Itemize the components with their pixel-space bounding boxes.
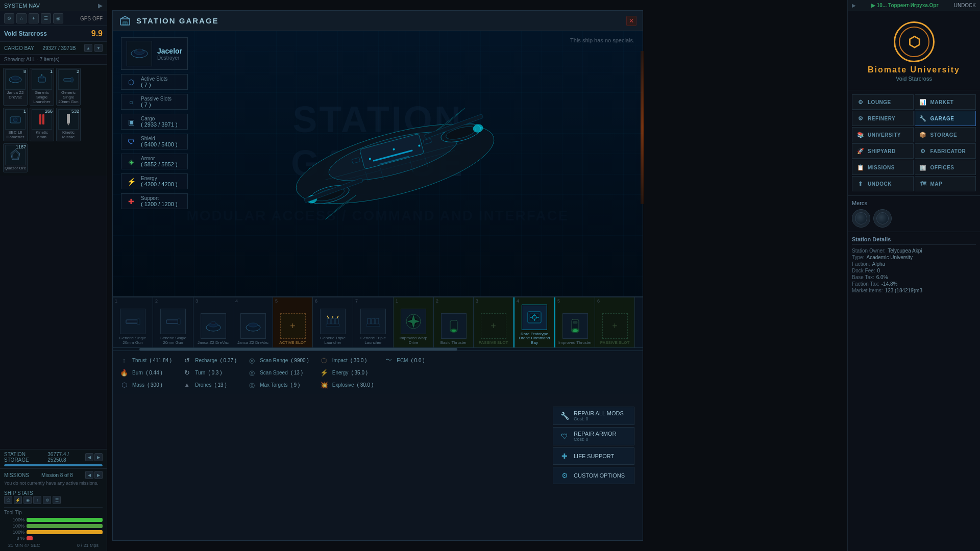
item-name: SBC LII Harvester bbox=[5, 131, 26, 140]
slot-item-5-active[interactable]: 5 + ACTIVE SLOT bbox=[273, 297, 313, 347]
org-sub: Void Starcross bbox=[896, 76, 932, 82]
detail-faction-row: Faction: Alpha bbox=[852, 261, 976, 267]
drones-icon: ▲ bbox=[182, 380, 192, 390]
slot-item-p6-empty[interactable]: 6 + PASSIVE SLOT bbox=[595, 297, 635, 347]
slot-item-4[interactable]: 4 Janca Z2 DreVac bbox=[233, 297, 273, 347]
drones-stat: ▲ Drones ( 13 ) bbox=[182, 380, 236, 390]
slot-item-p3-empty[interactable]: 3 + PASSIVE SLOT bbox=[474, 297, 513, 347]
storage-icon-2[interactable]: ▶ bbox=[94, 453, 103, 461]
life-support-button[interactable]: ✚ LIFE SUPPORT bbox=[553, 447, 634, 465]
custom-options-button[interactable]: ⚙ CUSTOM OPTIONS bbox=[553, 467, 634, 484]
lounge-button[interactable]: ⚙ LOUNGE bbox=[852, 94, 914, 110]
storage-icon-1[interactable]: ◀ bbox=[85, 453, 93, 461]
no-missions-text: You do not currently have any active mis… bbox=[4, 481, 103, 486]
detail-owner-row: Station Owner: Telyoupea Akpi bbox=[852, 248, 976, 254]
nav-icon-5[interactable]: ◉ bbox=[53, 13, 63, 23]
nav-icon-4[interactable]: ☰ bbox=[41, 13, 51, 23]
item-icon bbox=[5, 109, 26, 130]
stat-bar-2 bbox=[27, 524, 103, 528]
scanrange-value: ( 9900 ) bbox=[291, 358, 308, 363]
nav-icon-2[interactable]: ☆ bbox=[16, 13, 27, 23]
energy-bottom-stat: ⚡ Energy ( 35.0 ) bbox=[319, 367, 374, 378]
impact-icon: ⬡ bbox=[319, 355, 329, 365]
map-label: MAP bbox=[930, 181, 943, 187]
shipyard-button[interactable]: 🚀 SHIPYARD bbox=[852, 143, 914, 159]
nav-icon-3[interactable]: ✦ bbox=[29, 13, 39, 23]
garage-nav-icon: 🔧 bbox=[919, 114, 927, 122]
university-button[interactable]: 📚 UNIVERSITY bbox=[852, 127, 914, 142]
merc-item-1[interactable] bbox=[852, 209, 870, 228]
slot-item-7[interactable]: 7 Generic Triple Launcher bbox=[353, 297, 394, 347]
stat-icon-4[interactable]: ↑ bbox=[33, 496, 41, 504]
slot-icon-p5 bbox=[561, 312, 589, 340]
item-name: Kinetic 6mm bbox=[31, 131, 53, 140]
slot-item-p4-selected[interactable]: 4 Rare Prototype Drone Command Bay bbox=[513, 297, 555, 347]
slot-icon-2 bbox=[159, 308, 187, 335]
list-item[interactable]: 266 Kinetic 6mm bbox=[30, 108, 54, 141]
slot-icon-p3: + bbox=[480, 312, 507, 340]
repair-armor-cost: Cost: 0 bbox=[574, 437, 617, 442]
stat-icon-6[interactable]: ☰ bbox=[53, 496, 61, 504]
slot-item-3[interactable]: 3 Janca Z2 DreVac bbox=[193, 297, 233, 347]
list-item[interactable]: 8 Janca Z2 DreVac bbox=[3, 68, 28, 106]
list-item[interactable]: 1 SBC LII Harvester bbox=[3, 108, 28, 141]
cargo-info: Cargo ( 2933 / 3971 ) bbox=[141, 116, 183, 128]
fabricator-button[interactable]: ⚙ FABRICATOR bbox=[915, 143, 976, 159]
svg-rect-10 bbox=[42, 114, 44, 124]
slot-img-2 bbox=[160, 309, 186, 334]
slot-label-5: ACTIVE SLOT bbox=[279, 341, 306, 345]
stat-group-4: ⬡ Impact ( 30.0 ) ⚡ Energy ( 35.0 ) 💥 Ex… bbox=[319, 355, 374, 390]
stat-icon-1[interactable]: ⬡ bbox=[4, 496, 12, 504]
stat-icon-2[interactable]: ⚡ bbox=[14, 496, 22, 504]
impact-label: Impact bbox=[332, 358, 348, 363]
cargo-icon-2[interactable]: ▼ bbox=[94, 44, 103, 52]
slot-item-p2[interactable]: 2 Basic Thruster bbox=[434, 297, 474, 347]
expand-icon[interactable]: ▶ bbox=[98, 2, 103, 9]
stat-bar-label-4: 8 % bbox=[4, 536, 24, 541]
missions-icon-1[interactable]: ◀ bbox=[85, 471, 93, 479]
missions-icon-2[interactable]: ▶ bbox=[94, 471, 103, 479]
repair-armor-button[interactable]: 🛡 REPAIR ARMOR Cost: 0 bbox=[553, 427, 634, 445]
stat-row-passive: ○ Passive Slots ( 7 ) bbox=[121, 94, 188, 110]
biomate-inner-ring: ⬡ bbox=[899, 27, 929, 57]
slot-item-p5[interactable]: 5 Improved Thruster bbox=[555, 297, 595, 347]
mercs-list bbox=[852, 209, 976, 228]
repair-all-mods-button[interactable]: 🔧 REPAIR ALL MODS Cost: 0 bbox=[553, 407, 634, 425]
svg-rect-3 bbox=[40, 76, 43, 78]
garage-button[interactable]: 🔧 GARAGE bbox=[915, 111, 976, 126]
undock-top-button[interactable]: UNDOCK bbox=[954, 3, 976, 8]
close-button[interactable]: ✕ bbox=[626, 16, 636, 26]
list-item[interactable]: 532 Kinetic Missile bbox=[56, 108, 81, 141]
recharge-value: ( 0.37 ) bbox=[220, 358, 237, 363]
support-value: ( 1200 / 1200 ) bbox=[141, 201, 183, 207]
list-item[interactable]: 1187 Quazor Ore bbox=[3, 143, 28, 172]
slot-item-6[interactable]: 6 Generic Triple Launcher bbox=[313, 297, 353, 347]
stat-icon-5[interactable]: ⚙ bbox=[43, 496, 51, 504]
offices-button[interactable]: 🏢 OFFICES bbox=[915, 160, 976, 175]
list-item[interactable]: 2 Generic Single 20mm Gun bbox=[56, 68, 81, 106]
svg-rect-60 bbox=[326, 324, 339, 327]
slot-img-p3: + bbox=[481, 313, 506, 339]
slot-item-2[interactable]: 2 Generic Single 20mm Gun bbox=[153, 297, 193, 347]
merc-icon-2 bbox=[876, 212, 889, 224]
stat-icon-3[interactable]: ◉ bbox=[23, 496, 32, 504]
stat-bar-row-1: 100% bbox=[4, 517, 103, 522]
map-icon: 🗺 bbox=[919, 180, 927, 188]
slot-item-1[interactable]: 1 Generic Single 20mm Gun bbox=[113, 297, 153, 347]
slot-item-p1[interactable]: 1 Improved Warp Drive bbox=[394, 297, 434, 347]
nav-icon-1[interactable]: ⚙ bbox=[4, 13, 14, 23]
storage-button[interactable]: 📦 STORAGE bbox=[915, 127, 976, 142]
undock-nav-button[interactable]: ⬆ UNDOCK bbox=[852, 176, 914, 191]
missions-button[interactable]: 📋 MISSIONS bbox=[852, 160, 914, 175]
passive-slots-label: Passive Slots bbox=[141, 96, 183, 102]
list-item[interactable]: 1 Generic Single Launcher bbox=[30, 68, 54, 106]
merc-item-2[interactable] bbox=[873, 209, 892, 228]
detail-type-row: Type: Academic University bbox=[852, 255, 976, 260]
map-button[interactable]: 🗺 MAP bbox=[915, 176, 976, 191]
market-button[interactable]: 📊 MARKET bbox=[915, 94, 976, 110]
refinery-button[interactable]: ⚙ REFINERY bbox=[852, 111, 914, 126]
tool-tip-label: Tool Tip bbox=[4, 510, 103, 515]
cargo-icon-1[interactable]: ▲ bbox=[84, 44, 92, 52]
item-icon bbox=[32, 69, 52, 90]
station-details-title: Station Details bbox=[852, 236, 976, 245]
